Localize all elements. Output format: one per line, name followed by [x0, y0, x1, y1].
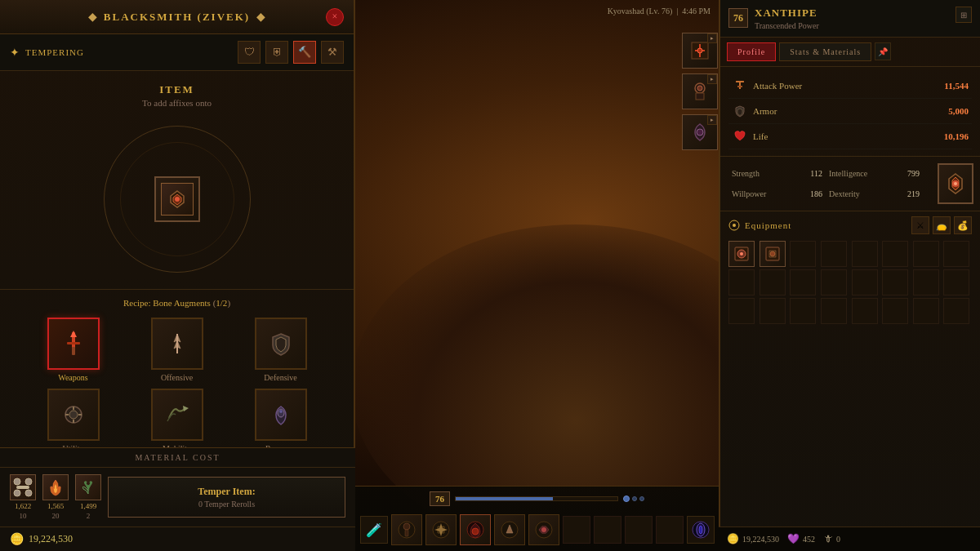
toolbar-btn-armor[interactable]: ⛨	[265, 41, 288, 64]
equip-slot-16[interactable]	[943, 269, 969, 295]
svg-point-19	[14, 490, 20, 496]
toolbar-title: TEMPERING	[25, 47, 84, 57]
stat-life: Life 10,196	[728, 124, 972, 149]
recipe-offensive[interactable]: Offensive	[128, 318, 225, 382]
map-icon[interactable]: ⊞	[956, 7, 972, 23]
equipment-section: Equipment ⚔ 👝 💰	[720, 211, 980, 329]
toolbar-btn-shield[interactable]: 🛡	[238, 41, 261, 64]
profile-button[interactable]: Profile	[727, 42, 776, 61]
life-name: Life	[753, 131, 944, 141]
equip-slot-3[interactable]	[790, 241, 816, 267]
toolbar-btn-anvil[interactable]: ⚒	[321, 41, 344, 64]
equip-slot-9[interactable]	[728, 269, 755, 295]
equip-slot-17[interactable]	[728, 298, 755, 324]
svg-point-38	[733, 224, 736, 227]
float-slot-1[interactable]: ▸	[682, 33, 718, 69]
intelligence-name: Intelligence	[829, 169, 867, 178]
gold-amount: 19,224,530	[29, 533, 73, 545]
svg-rect-58	[405, 530, 408, 536]
recipe-title: Recipe: Bone Augments (1/2)	[16, 298, 337, 308]
equip-slot-6[interactable]	[882, 241, 908, 267]
panel-title: BLACKSMITH (ZIVEK)	[104, 11, 250, 24]
close-button[interactable]: ×	[326, 8, 344, 26]
recipe-progress: 1/2	[216, 298, 227, 308]
svg-rect-21	[16, 486, 29, 489]
empty-slot-3[interactable]	[625, 516, 653, 544]
res-red-icon: 🗡	[823, 533, 833, 545]
temper-button[interactable]: Temper Item: 0 Temper Rerolls	[108, 477, 345, 518]
equip-slot-21[interactable]	[852, 298, 878, 324]
dexterity-name: Dexterity	[829, 189, 860, 198]
equip-slot-22[interactable]	[882, 298, 908, 324]
equip-slot-20[interactable]	[821, 298, 847, 324]
weapons-icon	[47, 318, 100, 370]
skill-slot-4[interactable]	[494, 514, 525, 545]
mat1-owned: 10	[20, 512, 27, 520]
equip-slot-14[interactable]	[882, 269, 908, 295]
svg-point-57	[403, 523, 410, 530]
equip-slot-4[interactable]	[821, 241, 847, 267]
equip-header: Equipment ⚔ 👝 💰	[728, 216, 972, 234]
res-gold: 🪙 19,224,530	[727, 533, 779, 545]
recipe-weapons[interactable]: Weapons	[24, 318, 122, 382]
empty-slot-4[interactable]	[656, 516, 684, 544]
town-portal-slot[interactable]	[687, 516, 715, 544]
diamond-left: ◆	[88, 10, 97, 24]
equip-bag-btn[interactable]: 👝	[933, 216, 951, 234]
recipe-mobility[interactable]: Mobility	[128, 389, 225, 453]
svg-point-67	[699, 526, 702, 534]
equip-slot-11[interactable]	[790, 269, 816, 295]
stat-attack-power: Attack Power 11,544	[728, 73, 972, 99]
svg-point-28	[697, 86, 702, 91]
equip-slot-10[interactable]	[760, 269, 786, 295]
equip-sword-btn[interactable]: ⚔	[911, 216, 929, 234]
item-slot[interactable]	[154, 176, 200, 222]
equip-slot-8[interactable]	[943, 241, 969, 267]
recipe-resource[interactable]: Resource	[232, 389, 329, 453]
weapons-label: Weapons	[58, 373, 87, 382]
recipe-utility[interactable]: Utility	[24, 389, 122, 453]
equip-slot-12[interactable]	[821, 269, 847, 295]
empty-slot-2[interactable]	[594, 516, 621, 544]
float-slot-3[interactable]: ▸	[682, 114, 718, 150]
toolbar-btn-hammer[interactable]: 🔨	[293, 41, 316, 64]
expand-btn-2: ▸	[707, 74, 717, 84]
equip-slot-23[interactable]	[913, 298, 939, 324]
potion-slot[interactable]: 🧪	[360, 516, 388, 544]
mat3-owned: 2	[87, 512, 91, 520]
material-section: MATERIAL COST 1,622 10	[0, 447, 355, 551]
attributes-area: Strength 112 Intelligence 799 Willpower …	[720, 157, 980, 211]
panel-header: ◆ BLACKSMITH (ZIVEK) ◆ ×	[0, 0, 354, 34]
tempering-icon: ✦	[10, 46, 20, 60]
skill-slot-2[interactable]	[425, 514, 457, 545]
gem-slot[interactable]	[938, 163, 973, 204]
stats-button[interactable]: Stats & Materials	[779, 42, 871, 61]
right-panel-resources: 🪙 19,224,530 💜 452 🗡 0	[719, 527, 980, 551]
equip-slot-18[interactable]	[760, 298, 786, 324]
equip-slot-13[interactable]	[852, 269, 878, 295]
equip-slot-2[interactable]	[760, 241, 786, 267]
equip-slot-15[interactable]	[913, 269, 939, 295]
equip-slot-1[interactable]	[728, 241, 755, 267]
equip-slot-24[interactable]	[943, 298, 969, 324]
empty-slot-1[interactable]	[563, 516, 590, 544]
skill-slot-3[interactable]	[460, 514, 491, 545]
equip-slot-5[interactable]	[852, 241, 878, 267]
char-level: 76	[728, 8, 748, 28]
char-header: 76 XANTHIPE Transcended Power ⊞	[720, 0, 980, 38]
intelligence-value: 799	[907, 169, 920, 178]
life-icon	[732, 128, 748, 144]
equip-slot-19[interactable]	[790, 298, 816, 324]
skill-slot-1[interactable]	[391, 514, 422, 545]
char-info: XANTHIPE Transcended Power	[755, 7, 956, 30]
resource-icon	[255, 389, 307, 441]
recipe-defensive[interactable]: Defensive	[232, 318, 329, 382]
svg-rect-5	[67, 342, 80, 344]
defensive-label: Defensive	[264, 373, 297, 382]
res-red: 🗡 0	[823, 533, 840, 545]
equip-chest-btn[interactable]: 💰	[954, 216, 972, 234]
equip-slot-7[interactable]	[913, 241, 939, 267]
float-slot-2[interactable]: ▸	[682, 73, 718, 109]
skill-slot-5[interactable]	[528, 514, 559, 545]
material-header: MATERIAL COST	[0, 448, 355, 468]
